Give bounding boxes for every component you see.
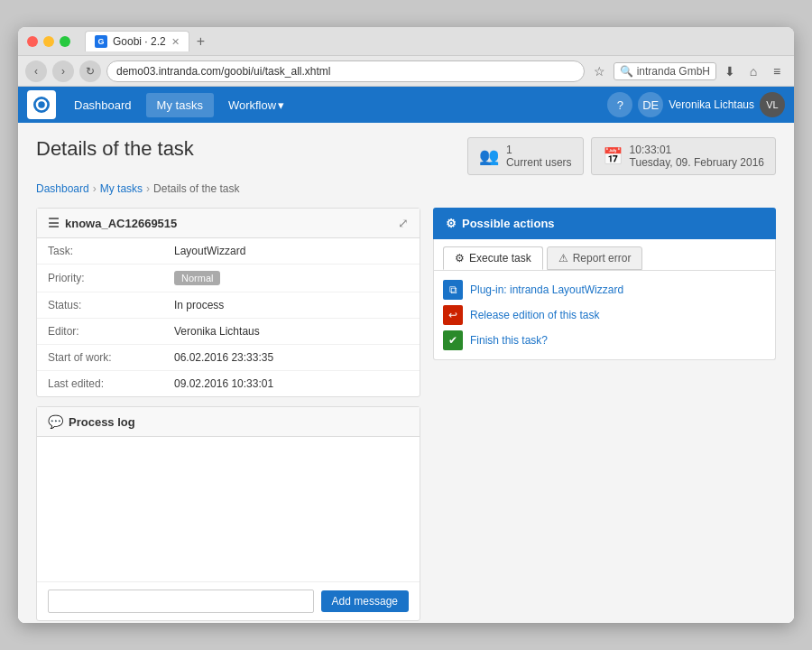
url-input[interactable]: demo03.intranda.com/goobi/ui/task_all.xh… — [106, 60, 585, 82]
search-text: intranda GmbH — [637, 65, 710, 78]
address-bar: ‹ › ↻ demo03.intranda.com/goobi/ui/task_… — [18, 56, 794, 87]
tab-favicon: G — [95, 35, 107, 48]
nav-workflow[interactable]: Workflow ▾ — [217, 93, 295, 117]
process-log-input[interactable] — [48, 590, 314, 613]
process-log-title: 💬 Process log — [48, 414, 135, 429]
process-log-body — [37, 437, 420, 581]
user-avatar[interactable]: VL — [760, 92, 785, 117]
field-value: Normal — [163, 265, 420, 292]
datetime-time: 10:33:01 — [630, 144, 764, 156]
flag-button[interactable]: DE — [638, 92, 663, 117]
table-row: Status:In process — [37, 292, 420, 319]
menu-icon[interactable]: ≡ — [767, 61, 787, 81]
report-error-label: Report error — [573, 252, 632, 265]
action-label-1: Release edition of this task — [470, 309, 599, 321]
page-title: Details of the task — [36, 137, 194, 161]
app-content: Dashboard My tasks Workflow ▾ ? DE Veron… — [18, 87, 794, 623]
active-tab[interactable]: G Goobi · 2.2 ✕ — [85, 31, 189, 51]
field-label: Priority: — [37, 265, 163, 292]
nav-my-tasks[interactable]: My tasks — [146, 93, 214, 117]
process-log-panel: 💬 Process log Add message — [36, 406, 420, 621]
home-icon[interactable]: ⌂ — [743, 61, 763, 81]
report-error-icon: ⚠ — [558, 252, 568, 265]
users-label: Current users — [506, 156, 572, 169]
new-tab-button[interactable]: + — [193, 33, 208, 50]
table-row: Task:LayoutWizzard — [37, 238, 420, 265]
search-box[interactable]: 🔍 intranda GmbH — [614, 62, 716, 80]
add-message-button[interactable]: Add message — [321, 590, 409, 612]
execute-task-label: Execute task — [469, 252, 531, 265]
tab-close-icon[interactable]: ✕ — [171, 36, 180, 48]
breadcrumb-sep-2: › — [146, 182, 150, 195]
action-icon-0: ⧉ — [443, 280, 463, 300]
back-button[interactable]: ‹ — [25, 60, 47, 82]
action-items: ⧉Plug-in: intranda LayoutWizzard↩Release… — [434, 271, 775, 359]
nav-user-name: Veronika Lichtaus — [669, 98, 754, 111]
field-value: 09.02.2016 10:33:01 — [163, 371, 420, 397]
field-value: LayoutWizzard — [163, 238, 420, 265]
action-icon-1: ↩ — [443, 305, 463, 325]
expand-button[interactable]: ⤢ — [398, 216, 409, 230]
close-button[interactable] — [27, 36, 38, 47]
breadcrumb-my-tasks[interactable]: My tasks — [100, 182, 143, 195]
top-info-bar: Details of the task 👥 1 Current users 📅 … — [36, 137, 776, 175]
field-value: 06.02.2016 23:33:35 — [163, 345, 420, 371]
users-card-text: 1 Current users — [506, 144, 572, 169]
action-item[interactable]: ✔Finish this task? — [443, 330, 766, 350]
refresh-button[interactable]: ↻ — [79, 60, 101, 82]
execute-task-icon: ⚙ — [455, 252, 465, 265]
field-label: Start of work: — [37, 345, 163, 371]
forward-button[interactable]: › — [52, 60, 74, 82]
search-icon: 🔍 — [620, 65, 633, 78]
tab-bar: G Goobi · 2.2 ✕ + — [85, 31, 208, 51]
action-item[interactable]: ↩Release edition of this task — [443, 305, 766, 325]
tab-title: Goobi · 2.2 — [113, 35, 166, 48]
possible-actions-body: ⚙ Execute task ⚠ Report error ⧉Plug-in: … — [433, 239, 776, 360]
help-button[interactable]: ? — [607, 92, 632, 117]
current-users-card[interactable]: 👥 1 Current users — [467, 137, 584, 175]
action-tabs: ⚙ Execute task ⚠ Report error — [434, 239, 775, 271]
table-row: Editor:Veronika Lichtaus — [37, 319, 420, 345]
minimize-button[interactable] — [43, 36, 54, 47]
action-item[interactable]: ⧉Plug-in: intranda LayoutWizzard — [443, 280, 766, 300]
main-layout: ☰ knowa_AC12669515 ⤢ Task:LayoutWizzardP… — [36, 208, 776, 621]
possible-actions-header: ⚙ Possible actions — [433, 208, 776, 239]
process-log-header: 💬 Process log — [37, 407, 420, 437]
browser-window: G Goobi · 2.2 ✕ + ‹ › ↻ demo03.intranda.… — [18, 27, 794, 623]
maximize-button[interactable] — [60, 36, 70, 47]
breadcrumb: Dashboard › My tasks › Details of the ta… — [36, 182, 776, 195]
task-details-panel: ☰ knowa_AC12669515 ⤢ Task:LayoutWizzardP… — [36, 208, 420, 397]
url-text: demo03.intranda.com/goobi/ui/task_all.xh… — [116, 65, 330, 78]
datetime-card: 📅 10:33:01 Tuesday, 09. February 2016 — [591, 137, 776, 175]
table-row: Start of work:06.02.2016 23:33:35 — [37, 345, 420, 371]
page-content: Details of the task 👥 1 Current users 📅 … — [18, 123, 794, 623]
top-actions: 👥 1 Current users 📅 10:33:01 Tuesday, 09… — [467, 137, 776, 175]
field-label: Status: — [37, 292, 163, 319]
task-details-title: ☰ knowa_AC12669515 — [48, 216, 177, 230]
nav-bar: Dashboard My tasks Workflow ▾ ? DE Veron… — [18, 87, 794, 123]
nav-dashboard[interactable]: Dashboard — [63, 93, 143, 117]
action-icon-2: ✔ — [443, 330, 463, 350]
chat-icon: 💬 — [48, 414, 63, 429]
table-row: Priority:Normal — [37, 265, 420, 292]
field-value: In process — [163, 292, 420, 319]
title-bar: G Goobi · 2.2 ✕ + — [18, 27, 794, 56]
tab-execute-task[interactable]: ⚙ Execute task — [443, 246, 543, 270]
tab-report-error[interactable]: ⚠ Report error — [547, 246, 643, 270]
breadcrumb-dashboard[interactable]: Dashboard — [36, 182, 89, 195]
table-row: Last edited:09.02.2016 10:33:01 — [37, 371, 420, 397]
users-icon: 👥 — [479, 146, 499, 166]
bookmark-icon[interactable]: ☆ — [590, 61, 610, 81]
action-label-2: Finish this task? — [470, 334, 548, 347]
breadcrumb-sep-1: › — [93, 182, 97, 195]
browser-icons: ☆ 🔍 intranda GmbH ⬇ ⌂ ≡ — [590, 61, 787, 81]
field-label: Task: — [37, 238, 163, 265]
datetime-date: Tuesday, 09. February 2016 — [630, 156, 764, 169]
process-log-input-area: Add message — [37, 581, 420, 620]
right-panel: ⚙ Possible actions ⚙ Execute task ⚠ Repo… — [433, 208, 776, 360]
task-panel-title-text: knowa_AC12669515 — [65, 217, 177, 230]
datetime-card-text: 10:33:01 Tuesday, 09. February 2016 — [630, 144, 764, 169]
field-value: Veronika Lichtaus — [163, 319, 420, 345]
download-icon[interactable]: ⬇ — [720, 61, 740, 81]
process-log-title-text: Process log — [69, 415, 135, 429]
